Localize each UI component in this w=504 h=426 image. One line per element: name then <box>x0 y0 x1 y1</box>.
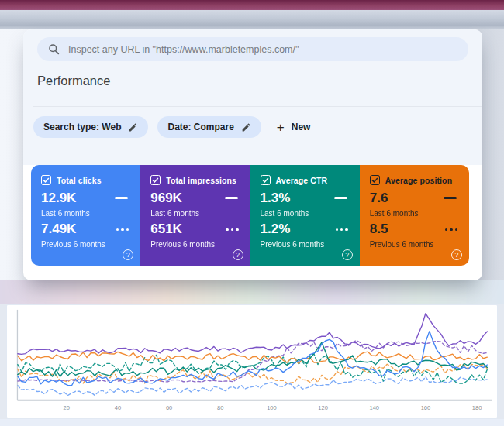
filter-chip-label: Search type: Web <box>43 122 121 132</box>
x-axis-tick-label: 140 <box>370 404 379 411</box>
new-filter-button[interactable]: + New <box>277 121 311 134</box>
filter-bar: Search type: Web Date: Compare + New <box>33 116 310 138</box>
help-icon[interactable]: ? <box>123 249 133 260</box>
series-impressions-last-6-months <box>18 314 487 355</box>
help-icon[interactable]: ? <box>451 249 462 260</box>
previous-period-line-icon <box>445 228 457 231</box>
metric-value-previous: 7.49K <box>41 222 76 237</box>
previous-period-line-icon <box>226 228 238 231</box>
metric-label: Average position <box>385 176 452 185</box>
metric-period-current: Last 6 months <box>150 209 199 218</box>
metric-period-current: Last 6 months <box>370 209 419 218</box>
checkbox-checked-icon[interactable] <box>41 175 51 185</box>
help-icon[interactable]: ? <box>233 249 243 260</box>
browser-theme-bar <box>0 0 504 10</box>
page-background-bottom <box>0 419 504 426</box>
metric-label: Total clicks <box>57 176 102 185</box>
metric-cards-row: Total clicks 12.9K Last 6 months 7.49K P… <box>31 165 469 266</box>
performance-chart[interactable]: 20406080100120140160180 <box>6 304 498 419</box>
checkbox-checked-icon[interactable] <box>150 175 161 185</box>
metric-period-previous: Previous 6 months <box>261 240 325 249</box>
x-axis-tick-label: 100 <box>267 404 276 411</box>
x-axis-tick-label: 180 <box>472 404 482 411</box>
metric-value-current: 12.9K <box>41 191 76 206</box>
x-axis-tick-label: 20 <box>64 404 70 411</box>
x-axis-tick-label: 160 <box>421 404 430 411</box>
metric-value-previous: 1.2% <box>261 222 291 237</box>
filter-chip-search-type[interactable]: Search type: Web <box>33 116 148 138</box>
x-axis-tick-label: 40 <box>115 404 121 411</box>
metric-label: Average CTR <box>276 176 328 185</box>
filter-chip-date[interactable]: Date: Compare <box>157 116 261 138</box>
url-inspect-search-bar[interactable] <box>37 37 468 61</box>
new-filter-label: New <box>292 122 311 132</box>
series-impressions-previous-6-months <box>18 341 487 382</box>
checkbox-checked-icon[interactable] <box>261 175 271 185</box>
performance-panel: Performance Search type: Web Date: Compa… <box>23 29 482 280</box>
series-position-last-6-months <box>18 352 487 363</box>
metric-value-previous: 8.5 <box>370 222 388 237</box>
previous-period-line-icon <box>336 228 348 231</box>
blurred-page-background-top <box>0 10 504 29</box>
checkbox-checked-icon[interactable] <box>370 175 380 185</box>
metric-period-previous: Previous 6 months <box>370 240 434 249</box>
filter-chip-label: Date: Compare <box>167 122 233 132</box>
metric-period-current: Last 6 months <box>41 209 90 218</box>
performance-chart-svg: 20406080100120140160180 <box>7 305 497 418</box>
current-period-line-icon <box>334 197 347 199</box>
metric-value-current: 969K <box>150 191 182 206</box>
previous-period-line-icon <box>116 228 129 231</box>
help-icon[interactable]: ? <box>342 249 353 260</box>
x-axis-tick-label: 120 <box>318 404 327 411</box>
metric-period-previous: Previous 6 months <box>150 240 215 249</box>
plus-icon: + <box>277 121 285 134</box>
metric-value-current: 1.3% <box>261 191 291 206</box>
blurred-page-background-middle <box>0 280 504 304</box>
edit-icon <box>241 122 251 132</box>
header-divider <box>33 106 482 107</box>
metric-value-current: 7.6 <box>370 191 388 206</box>
metric-card-total-clicks[interactable]: Total clicks 12.9K Last 6 months 7.49K P… <box>31 165 140 266</box>
metric-period-previous: Previous 6 months <box>41 240 105 249</box>
url-inspect-input[interactable] <box>68 44 457 55</box>
series-clicks-previous-6-months <box>18 377 487 396</box>
page-title: Performance <box>37 74 110 88</box>
metric-value-previous: 651K <box>150 222 182 237</box>
metric-card-total-impressions[interactable]: Total impressions 969K Last 6 months 651… <box>140 165 250 266</box>
edit-icon <box>128 122 138 132</box>
x-axis-tick-label: 60 <box>166 404 172 411</box>
metric-card-average-ctr[interactable]: Average CTR 1.3% Last 6 months 1.2% Prev… <box>250 165 360 266</box>
search-icon <box>48 43 60 55</box>
metric-card-average-position[interactable]: Average position 7.6 Last 6 months 8.5 P… <box>360 165 469 266</box>
current-period-line-icon <box>115 197 128 199</box>
x-axis-tick-label: 80 <box>217 404 223 411</box>
metric-period-current: Last 6 months <box>261 209 309 218</box>
current-period-line-icon <box>444 197 457 199</box>
metric-label: Total impressions <box>166 176 236 185</box>
current-period-line-icon <box>225 197 238 199</box>
